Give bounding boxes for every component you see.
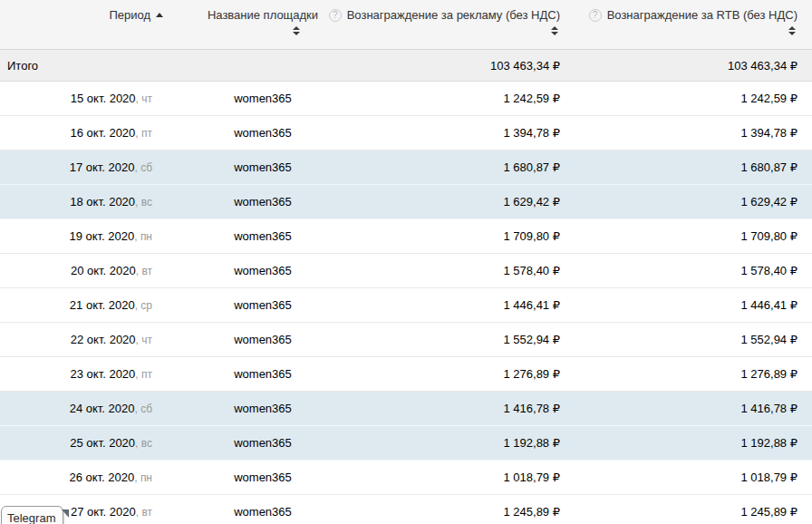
- reward-rtb-cell: 1 394,78 ₽: [560, 126, 812, 140]
- date-text: 23 окт. 2020: [71, 367, 136, 381]
- period-cell: 18 окт. 2020вс: [0, 195, 172, 209]
- reward-ads-cell: 1 629,42 ₽: [353, 195, 560, 209]
- reward-ads-cell: 1 446,41 ₽: [353, 298, 560, 312]
- reward-rtb-cell: 1 192,88 ₽: [560, 436, 812, 450]
- telegram-tail-icon: [62, 509, 69, 518]
- reward-rtb-cell: 1 416,78 ₽: [560, 402, 812, 415]
- table-row: 27 окт. 2020вт women365 1 245,89 ₽ 1 245…: [0, 495, 812, 524]
- table-row: 16 окт. 2020пт women365 1 394,78 ₽ 1 394…: [0, 116, 812, 150]
- period-cell: 23 окт. 2020пт: [0, 367, 172, 381]
- sort-both-icon[interactable]: [551, 26, 558, 35]
- weekday-text: чт: [136, 92, 152, 105]
- reward-ads-cell: 1 552,94 ₽: [353, 333, 560, 346]
- column-header-platform-label: Название площадки: [208, 8, 318, 22]
- table-header: Период Название площадки ? Вознаграждени…: [0, 0, 812, 50]
- period-cell: 24 окт. 2020сб: [0, 402, 172, 415]
- reward-ads-cell: 1 578,40 ₽: [353, 264, 560, 277]
- period-cell: 17 окт. 2020сб: [0, 160, 172, 174]
- date-text: 25 окт. 2020: [70, 436, 135, 450]
- table-row: 15 окт. 2020чт women365 1 242,59 ₽ 1 242…: [0, 82, 812, 116]
- column-header-period-label: Период: [109, 8, 150, 22]
- help-icon[interactable]: ?: [329, 9, 342, 22]
- table-body: 15 окт. 2020чт women365 1 242,59 ₽ 1 242…: [0, 82, 812, 524]
- table-row: 17 окт. 2020сб women365 1 680,87 ₽ 1 680…: [0, 150, 812, 185]
- weekday-text: сб: [134, 403, 152, 415]
- platform-cell: women365: [172, 402, 353, 415]
- weekday-text: пн: [134, 471, 152, 484]
- date-text: 27 окт. 2020: [71, 505, 136, 519]
- reward-ads-cell: 1 394,78 ₽: [353, 126, 560, 140]
- column-header-platform[interactable]: Название площадки: [172, 0, 353, 49]
- total-label: Итого: [0, 59, 172, 73]
- date-text: 26 окт. 2020: [69, 471, 134, 484]
- weekday-text: пт: [135, 127, 152, 140]
- date-text: 21 окт. 2020: [70, 298, 135, 312]
- platform-cell: women365: [172, 333, 353, 346]
- reward-rtb-cell: 1 578,40 ₽: [560, 264, 812, 277]
- weekday-text: пт: [135, 368, 152, 381]
- period-cell: 22 окт. 2020чт: [0, 333, 172, 346]
- total-row: Итого 103 463,34 ₽ 103 463,34 ₽: [0, 50, 812, 82]
- platform-cell: women365: [172, 92, 353, 105]
- table-row: 24 окт. 2020сб women365 1 416,78 ₽ 1 416…: [0, 392, 812, 426]
- column-header-reward-ads[interactable]: ? Вознаграждение за рекламу (без НДС): [353, 0, 560, 49]
- reward-ads-cell: 1 242,59 ₽: [353, 92, 560, 105]
- period-cell: 19 окт. 2020пн: [0, 229, 172, 243]
- total-reward-rtb: 103 463,34 ₽: [560, 59, 812, 73]
- weekday-text: сб: [134, 161, 152, 174]
- reward-rtb-cell: 1 018,79 ₽: [560, 471, 812, 484]
- period-cell: 26 окт. 2020пн: [0, 471, 172, 484]
- help-icon[interactable]: ?: [589, 9, 602, 22]
- table-row: 21 окт. 2020ср women365 1 446,41 ₽ 1 446…: [0, 288, 812, 323]
- platform-cell: women365: [172, 195, 353, 209]
- date-text: 20 окт. 2020: [71, 264, 136, 277]
- period-cell: 25 окт. 2020вс: [0, 436, 172, 450]
- date-text: 24 окт. 2020: [70, 402, 135, 415]
- date-text: 16 окт. 2020: [71, 126, 136, 140]
- sort-both-icon[interactable]: [788, 26, 796, 35]
- table-row: 20 окт. 2020вт women365 1 578,40 ₽ 1 578…: [0, 254, 812, 288]
- telegram-widget-label: Telegram: [7, 511, 55, 524]
- platform-cell: women365: [172, 471, 353, 484]
- weekday-text: ср: [135, 299, 152, 312]
- reward-rtb-cell: 1 629,42 ₽: [560, 195, 812, 209]
- column-header-period[interactable]: Период: [0, 0, 172, 49]
- telegram-widget-button[interactable]: Telegram: [1, 506, 63, 524]
- platform-cell: women365: [172, 298, 353, 312]
- table-row: 22 окт. 2020чт women365 1 552,94 ₽ 1 552…: [0, 323, 812, 357]
- date-text: 17 окт. 2020: [70, 160, 135, 174]
- date-text: 19 окт. 2020: [69, 229, 134, 243]
- table-row: 18 окт. 2020вс women365 1 629,42 ₽ 1 629…: [0, 185, 812, 219]
- table-row: 26 окт. 2020пн women365 1 018,79 ₽ 1 018…: [0, 461, 812, 495]
- platform-cell: women365: [172, 436, 353, 450]
- reward-ads-cell: 1 416,78 ₽: [353, 402, 560, 415]
- table-row: 23 окт. 2020пт women365 1 276,89 ₽ 1 276…: [0, 357, 812, 392]
- reward-rtb-cell: 1 276,89 ₽: [560, 367, 812, 381]
- column-header-reward-rtb-label: Вознаграждение за RTB (без НДС): [607, 8, 798, 22]
- period-cell: 16 окт. 2020пт: [0, 126, 172, 140]
- reward-rtb-cell: 1 552,94 ₽: [560, 333, 812, 346]
- column-header-reward-rtb[interactable]: ? Вознаграждение за RTB (без НДС): [560, 0, 812, 49]
- sort-ascending-icon: [156, 13, 163, 17]
- reward-rtb-cell: 1 709,80 ₽: [560, 229, 812, 243]
- reward-ads-cell: 1 276,89 ₽: [353, 367, 560, 381]
- period-cell: 21 окт. 2020ср: [0, 298, 172, 312]
- period-cell: 20 окт. 2020вт: [0, 264, 172, 277]
- reward-ads-cell: 1 192,88 ₽: [353, 436, 560, 450]
- weekday-text: пн: [134, 230, 152, 243]
- reward-rtb-cell: 1 242,59 ₽: [560, 92, 812, 105]
- table-row: 25 окт. 2020вс women365 1 192,88 ₽ 1 192…: [0, 426, 812, 461]
- platform-cell: women365: [172, 160, 353, 174]
- reward-ads-cell: 1 680,87 ₽: [353, 160, 560, 174]
- reward-rtb-cell: 1 245,89 ₽: [560, 505, 812, 519]
- reward-ads-cell: 1 245,89 ₽: [353, 505, 560, 519]
- date-text: 15 окт. 2020: [71, 92, 136, 105]
- weekday-text: вс: [135, 196, 152, 209]
- sort-both-icon[interactable]: [293, 26, 300, 35]
- period-cell: 15 окт. 2020чт: [0, 92, 172, 105]
- platform-cell: women365: [172, 367, 353, 381]
- reward-ads-cell: 1 709,80 ₽: [353, 229, 560, 243]
- reward-rtb-cell: 1 680,87 ₽: [560, 160, 812, 174]
- weekday-text: вс: [135, 437, 152, 450]
- reward-ads-cell: 1 018,79 ₽: [353, 471, 560, 484]
